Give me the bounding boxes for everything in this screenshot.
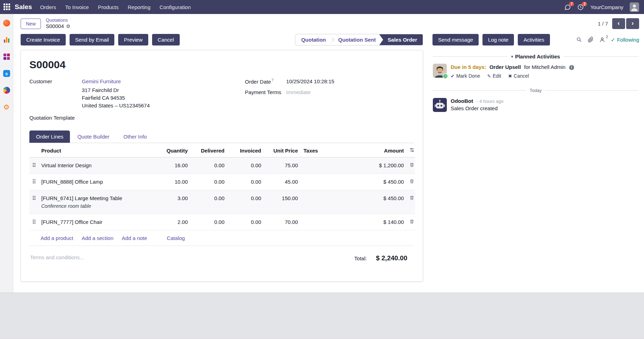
search-messages-icon[interactable] [576, 37, 582, 43]
cell-invoiced[interactable]: 0.00 [227, 174, 264, 190]
order-date-field[interactable]: 10/25/2024 10:28:15 [286, 78, 335, 85]
cell-unit-price[interactable]: 70.00 [264, 214, 301, 231]
add-product-link[interactable]: Add a product [41, 235, 73, 241]
followers-icon[interactable]: 2 [599, 37, 605, 43]
table-row: ⠿ [FURN_7777] Office Chair 2.00 0.00 0.0… [29, 214, 415, 231]
cancel-button[interactable]: Cancel [152, 34, 180, 45]
drag-handle-icon[interactable]: ⠿ [29, 174, 38, 190]
tab-order-lines[interactable]: Order Lines [29, 130, 70, 143]
today-label: Today [530, 88, 542, 93]
delete-row-icon[interactable] [407, 157, 415, 174]
drag-handle-icon[interactable]: ⠿ [29, 214, 38, 231]
menu-to-invoice[interactable]: To Invoice [61, 0, 94, 14]
status-step-quotation-sent[interactable]: Quotation Sent [332, 34, 381, 45]
col-quantity[interactable]: Quantity [154, 143, 191, 157]
user-avatar[interactable] [630, 2, 639, 12]
pager-previous-button[interactable]: ‹ [612, 18, 625, 29]
new-button[interactable]: New [21, 19, 41, 29]
send-message-button[interactable]: Send message [432, 34, 479, 45]
status-step-quotation[interactable]: Quotation [295, 34, 331, 45]
delete-row-icon[interactable] [407, 174, 415, 190]
customer-address: 317 Fairchild Dr Fairfield CA 94535 Unit… [82, 86, 150, 109]
message-body: Sales Order created [451, 105, 503, 111]
activity-title: Order Upsell [489, 64, 521, 70]
bar-chart-app-icon[interactable] [2, 36, 11, 44]
activities-button[interactable]: Activities [518, 34, 550, 45]
cell-product[interactable]: Virtual Interior Design [38, 157, 154, 174]
cell-product[interactable]: [FURN_6741] Large Meeting Table Conferen… [38, 190, 154, 214]
menu-reporting[interactable]: Reporting [123, 0, 155, 14]
cell-invoiced[interactable]: 0.00 [227, 157, 264, 174]
following-toggle[interactable]: ✓ Following [611, 37, 639, 43]
cell-delivered[interactable]: 0.00 [191, 190, 227, 214]
blue-s-app-icon[interactable]: s [2, 69, 11, 78]
edit-activity-button[interactable]: ✎Edit [487, 73, 501, 79]
log-note-button[interactable]: Log note [482, 34, 514, 45]
pie-chart-app-icon[interactable] [2, 86, 11, 94]
send-by-email-button[interactable]: Send by Email [70, 34, 115, 45]
info-icon[interactable]: i [569, 65, 574, 70]
add-section-link[interactable]: Add a section [81, 235, 113, 241]
breadcrumb-quotations-link[interactable]: Quotations [46, 17, 70, 23]
app-name[interactable]: Sales [15, 3, 32, 11]
messages-icon[interactable]: 7 [564, 4, 571, 10]
drag-handle-icon[interactable]: ⠿ [29, 190, 38, 214]
cell-taxes[interactable] [301, 157, 342, 174]
cell-product[interactable]: [FURN_8888] Office Lamp [38, 174, 154, 190]
planned-activities-title[interactable]: ▾ Planned Activities [511, 54, 560, 59]
menu-configuration[interactable]: Configuration [155, 0, 195, 14]
apps-grid-icon[interactable] [3, 3, 10, 10]
col-amount[interactable]: Amount [342, 143, 407, 157]
terms-and-conditions-field[interactable]: Terms and conditions... [30, 254, 84, 260]
mark-done-button[interactable]: ✔Mark Done [451, 73, 480, 79]
optional-columns-icon[interactable] [407, 143, 415, 157]
menu-products[interactable]: Products [93, 0, 123, 14]
pager-next-button[interactable]: › [626, 18, 639, 29]
add-note-link[interactable]: Add a note [122, 235, 147, 241]
company-name[interactable]: YourCompany [590, 4, 623, 10]
activities-clock-icon[interactable]: 2 [577, 4, 584, 10]
message-author[interactable]: OdooBot [451, 98, 473, 104]
payment-terms-field[interactable]: Immediate [286, 89, 311, 95]
customer-label: Customer [29, 78, 82, 109]
cell-unit-price[interactable]: 45.00 [264, 174, 301, 190]
cell-delivered[interactable]: 0.00 [191, 157, 227, 174]
cell-taxes[interactable] [301, 190, 342, 214]
create-invoice-button[interactable]: Create Invoice [21, 34, 66, 45]
menu-orders[interactable]: Orders [36, 0, 61, 14]
customer-link[interactable]: Gemini Furniture [82, 78, 121, 84]
cell-invoiced[interactable]: 0.00 [227, 190, 264, 214]
action-gear-icon[interactable]: ⚙ [66, 23, 71, 30]
cell-unit-price[interactable]: 75.00 [264, 157, 301, 174]
cell-quantity[interactable]: 16.00 [154, 157, 191, 174]
product-description[interactable]: Conference room table [41, 203, 151, 209]
delete-row-icon[interactable] [407, 214, 415, 231]
col-unit-price[interactable]: Unit Price [264, 143, 301, 157]
cell-quantity[interactable]: 2.00 [154, 214, 191, 231]
cell-quantity[interactable]: 3.00 [154, 190, 191, 214]
orange-circle-app-icon[interactable] [2, 19, 11, 27]
preview-button[interactable]: Preview [118, 34, 148, 45]
delete-row-icon[interactable] [407, 190, 415, 214]
drag-handle-icon[interactable]: ⠿ [29, 157, 38, 174]
purple-tiles-app-icon[interactable] [2, 52, 11, 61]
status-step-sales-order[interactable]: Sales Order [379, 34, 423, 45]
col-delivered[interactable]: Delivered [191, 143, 227, 157]
cell-delivered[interactable]: 0.00 [191, 174, 227, 190]
cancel-activity-button[interactable]: ✖Cancel [508, 73, 529, 79]
cell-product[interactable]: [FURN_7777] Office Chair [38, 214, 154, 231]
cell-taxes[interactable] [301, 174, 342, 190]
cell-unit-price[interactable]: 150.00 [264, 190, 301, 214]
catalog-link[interactable]: Catalog [167, 235, 185, 241]
attachments-paperclip-icon[interactable] [588, 37, 594, 43]
settings-gear-app-icon[interactable]: ⚙ [2, 103, 11, 111]
cell-taxes[interactable] [301, 214, 342, 231]
tab-other-info[interactable]: Other Info [117, 130, 153, 143]
tab-quote-builder[interactable]: Quote Builder [71, 130, 116, 143]
col-product[interactable]: Product [38, 143, 154, 157]
col-invoiced[interactable]: Invoiced [227, 143, 264, 157]
cell-quantity[interactable]: 10.00 [154, 174, 191, 190]
cell-delivered[interactable]: 0.00 [191, 214, 227, 231]
col-taxes[interactable]: Taxes [301, 143, 342, 157]
cell-invoiced[interactable]: 0.00 [227, 214, 264, 231]
